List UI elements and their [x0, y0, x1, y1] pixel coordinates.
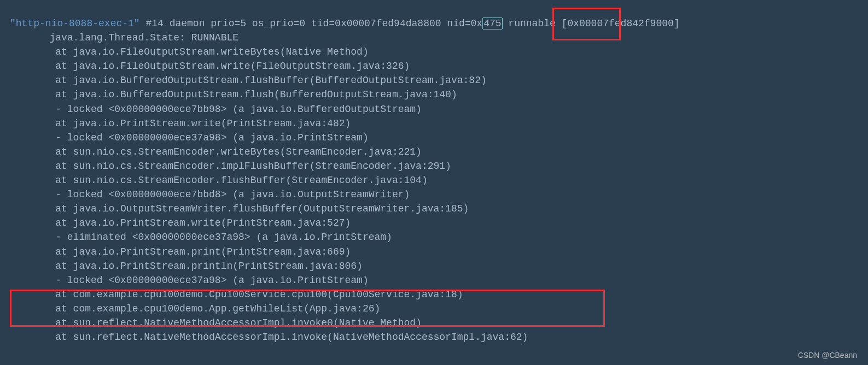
thread-header-mid: #14 daemon prio=5 os_prio=0 tid=0x00007f…	[140, 18, 483, 29]
stack-line: - locked <0x00000000ece37a98> (a java.io…	[10, 131, 868, 145]
stack-line: java.lang.Thread.State: RUNNABLE	[10, 31, 868, 45]
stack-line: - locked <0x00000000ece37a98> (a java.io…	[10, 273, 868, 287]
stack-line: at sun.reflect.NativeMethodAccessorImpl.…	[10, 330, 868, 344]
stack-line: at java.io.BufferedOutputStream.flushBuf…	[10, 73, 868, 87]
stack-line: at java.io.FileOutputStream.writeBytes(N…	[10, 45, 868, 59]
stack-line: - locked <0x00000000ece7bb98> (a java.io…	[10, 102, 868, 116]
nid-highlight: 475	[482, 17, 502, 30]
watermark-text: CSDN @CBeann	[798, 350, 857, 361]
stack-line: at java.io.OutputStreamWriter.flushBuffe…	[10, 202, 868, 216]
thread-header-suffix: runnable [0x00007fed842f9000]	[503, 18, 680, 29]
stack-line: at java.io.BufferedOutputStream.flush(Bu…	[10, 87, 868, 102]
stack-line: at sun.reflect.NativeMethodAccessorImpl.…	[10, 316, 868, 330]
stack-line: - eliminated <0x00000000ece37a98> (a jav…	[10, 230, 868, 244]
stack-line: at java.io.PrintStream.write(PrintStream…	[10, 116, 868, 131]
thread-header-line: "http-nio-8088-exec-1" #14 daemon prio=5…	[10, 16, 868, 31]
stack-line: at com.example.cpu100demo.Cpu100Service.…	[10, 287, 868, 302]
thread-name-string: "http-nio-8088-exec-1"	[10, 18, 140, 29]
stack-line: at java.io.PrintStream.print(PrintStream…	[10, 245, 868, 259]
stack-line: at com.example.cpu100demo.App.getWhileLi…	[10, 302, 868, 316]
stack-line: at java.io.PrintStream.write(PrintStream…	[10, 216, 868, 230]
stack-line: - locked <0x00000000ece7bbd8> (a java.io…	[10, 187, 868, 202]
stack-line: at sun.nio.cs.StreamEncoder.implFlushBuf…	[10, 159, 868, 173]
stack-line: at sun.nio.cs.StreamEncoder.writeBytes(S…	[10, 145, 868, 159]
stack-line: at java.io.PrintStream.println(PrintStre…	[10, 259, 868, 273]
stack-line: at sun.nio.cs.StreamEncoder.flushBuffer(…	[10, 173, 868, 187]
stack-line: at java.io.FileOutputStream.write(FileOu…	[10, 59, 868, 73]
